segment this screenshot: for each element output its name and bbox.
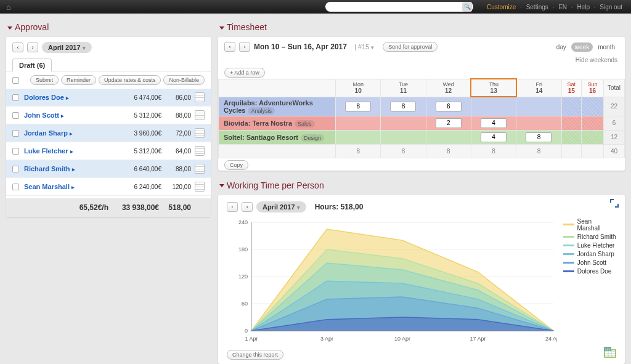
lang-link[interactable]: EN xyxy=(558,4,567,10)
calendar-icon[interactable] xyxy=(195,146,205,156)
hide-weekends-link[interactable]: Hide weekends xyxy=(576,57,617,63)
nonbillable-button[interactable]: Non-Billable xyxy=(163,75,205,85)
timesheet-next[interactable]: › xyxy=(239,42,250,52)
time-cell[interactable] xyxy=(336,130,381,144)
time-cell[interactable] xyxy=(336,116,381,130)
time-input[interactable] xyxy=(436,118,462,128)
time-cell[interactable] xyxy=(516,97,561,116)
day-header[interactable]: Tue11 xyxy=(381,79,426,97)
mode-week[interactable]: week xyxy=(571,42,593,52)
calendar-icon[interactable] xyxy=(195,110,205,120)
day-header[interactable]: Sun16 xyxy=(582,79,604,97)
approval-row[interactable]: Sean Marshall▸ 6 240,00€ 120,00 xyxy=(6,178,211,196)
time-input[interactable] xyxy=(345,102,371,111)
search-input[interactable] xyxy=(325,2,473,12)
day-header[interactable]: Fri14 xyxy=(516,79,561,97)
add-row-button[interactable]: + Add a row xyxy=(224,68,265,78)
person-name[interactable]: Dolores Doe▸ xyxy=(24,94,122,101)
signout-link[interactable]: Sign out xyxy=(600,4,622,10)
approval-row[interactable]: Richard Smith▸ 6 640,00€ 88,00 xyxy=(6,160,211,178)
copy-button[interactable]: Copy xyxy=(224,160,248,170)
timesheet-title[interactable]: Timesheet xyxy=(218,20,625,37)
legend-item[interactable]: Luke Fletcher xyxy=(563,242,616,249)
time-cell[interactable] xyxy=(516,130,561,144)
person-name[interactable]: Richard Smith▸ xyxy=(24,165,122,172)
approval-row[interactable]: Luke Fletcher▸ 5 312,00€ 64,00 xyxy=(6,142,211,160)
submit-button[interactable]: Submit xyxy=(30,75,59,85)
approval-row[interactable]: John Scott▸ 5 312,00€ 88,00 xyxy=(6,107,211,124)
legend-item[interactable]: Jordan Sharp xyxy=(563,251,616,257)
approval-row[interactable]: Dolores Doe▸ 6 474,00€ 86,00 xyxy=(6,89,211,107)
time-cell[interactable] xyxy=(561,130,581,144)
time-input[interactable] xyxy=(481,118,507,128)
person-name[interactable]: Luke Fletcher▸ xyxy=(24,147,122,155)
day-header[interactable]: Sat15 xyxy=(561,79,581,97)
time-cell[interactable] xyxy=(471,130,516,144)
time-cell[interactable] xyxy=(426,130,471,144)
settings-link[interactable]: Settings xyxy=(526,4,548,10)
calendar-icon[interactable] xyxy=(195,128,205,138)
row-checkbox[interactable] xyxy=(12,166,19,172)
person-name[interactable]: John Scott▸ xyxy=(24,111,122,119)
time-cell[interactable] xyxy=(471,116,516,130)
project-label[interactable]: Biovida: Terra NostraSales xyxy=(219,116,336,130)
legend-item[interactable]: Sean Marshall xyxy=(563,218,616,232)
select-all-checkbox[interactable] xyxy=(12,77,19,84)
person-name[interactable]: Jordan Sharp▸ xyxy=(24,129,122,137)
time-cell[interactable] xyxy=(336,97,381,116)
row-checkbox[interactable] xyxy=(12,148,19,155)
customize-link[interactable]: Customize xyxy=(487,4,516,10)
legend-item[interactable]: Richard Smith xyxy=(563,233,616,240)
time-cell[interactable] xyxy=(381,116,426,130)
home-icon[interactable]: ⌂ xyxy=(6,2,11,12)
time-cell[interactable] xyxy=(582,97,604,116)
time-cell[interactable] xyxy=(516,116,561,130)
time-cell[interactable] xyxy=(426,116,471,130)
expand-icon[interactable] xyxy=(610,199,619,208)
legend-item[interactable]: John Scott xyxy=(563,259,616,266)
row-checkbox[interactable] xyxy=(12,130,19,137)
time-cell[interactable] xyxy=(561,116,581,130)
day-header[interactable]: Thu13 xyxy=(471,79,516,97)
time-input[interactable] xyxy=(436,102,462,111)
chart-period[interactable]: April 2017 ▾ xyxy=(256,201,306,212)
csv-export-icon[interactable]: CSV xyxy=(604,347,616,358)
day-header[interactable]: Mon10 xyxy=(336,79,381,97)
approval-title[interactable]: Approval xyxy=(6,20,211,37)
row-checkbox[interactable] xyxy=(12,94,19,101)
timesheet-prev[interactable]: ‹ xyxy=(224,42,235,52)
calendar-icon[interactable] xyxy=(195,182,205,192)
working-time-title[interactable]: Working Time per Person xyxy=(218,178,625,195)
mode-day[interactable]: day xyxy=(553,42,570,52)
calendar-icon[interactable] xyxy=(195,164,205,174)
approval-row[interactable]: Jordan Sharp▸ 3 960,00€ 72,00 xyxy=(6,124,211,142)
change-report-button[interactable]: Change this report xyxy=(227,350,283,360)
time-cell[interactable] xyxy=(471,97,516,116)
approval-prev[interactable]: ‹ xyxy=(12,42,23,52)
calendar-icon[interactable] xyxy=(195,92,205,102)
help-link[interactable]: Help xyxy=(577,4,590,10)
search-icon[interactable]: 🔍 xyxy=(462,2,472,12)
person-name[interactable]: Sean Marshall▸ xyxy=(24,183,122,190)
project-label[interactable]: Soltel: Santiago ResortDesign xyxy=(219,130,336,144)
day-header[interactable]: Wed12 xyxy=(426,79,471,97)
send-approval-button[interactable]: Send for approval xyxy=(383,42,438,52)
approval-tab-draft[interactable]: Draft (6) xyxy=(12,59,52,71)
chart-next[interactable]: › xyxy=(242,202,253,212)
row-checkbox[interactable] xyxy=(12,112,19,119)
time-input[interactable] xyxy=(526,132,552,142)
time-cell[interactable] xyxy=(426,97,471,116)
chart-prev[interactable]: ‹ xyxy=(227,202,238,212)
time-cell[interactable] xyxy=(582,130,604,144)
time-cell[interactable] xyxy=(561,97,581,116)
row-checkbox[interactable] xyxy=(12,184,19,190)
legend-item[interactable]: Dolores Doe xyxy=(563,268,616,275)
project-label[interactable]: Arquilabs: AdventureWorks CyclesAnalysis xyxy=(219,97,336,116)
approval-period[interactable]: April 2017 ▾ xyxy=(42,42,92,53)
time-cell[interactable] xyxy=(582,116,604,130)
time-cell[interactable] xyxy=(381,97,426,116)
time-input[interactable] xyxy=(481,132,507,142)
update-rates-button[interactable]: Update rates & costs xyxy=(99,75,161,85)
reminder-button[interactable]: Reminder xyxy=(61,75,96,85)
mode-month[interactable]: month xyxy=(594,42,619,52)
